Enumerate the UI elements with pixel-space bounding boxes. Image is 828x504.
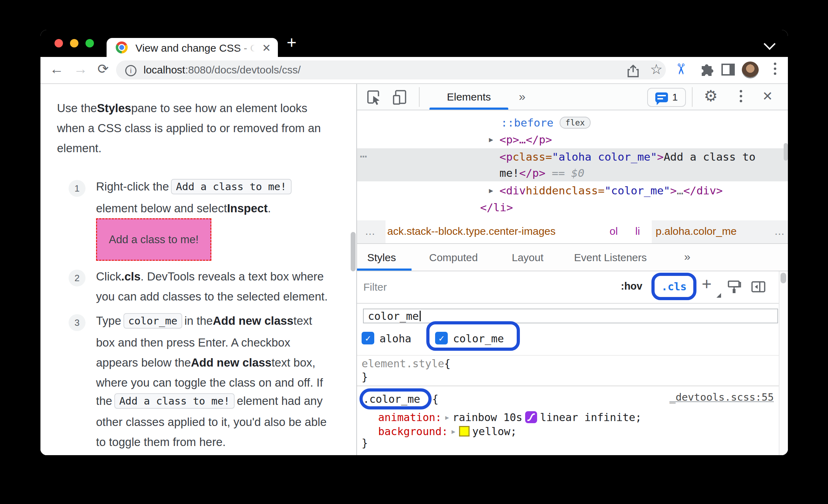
expand-arrow-icon[interactable]: ▶ [489, 186, 493, 195]
browser-menu-icon[interactable] [774, 63, 776, 75]
doc-step-line: where you can toggle the class on and of… [96, 374, 323, 391]
stylesheet-source-link[interactable]: _devtools.scss:55 [669, 391, 774, 403]
forward-icon[interactable]: → [74, 61, 88, 77]
dom-tree: ::before flex ▶ <p>…</p> … <p class="alo… [357, 110, 788, 220]
color-swatch-yellow[interactable] [459, 426, 470, 437]
tab-styles[interactable]: Styles [367, 252, 396, 264]
scissors-extension-icon[interactable]: ✂ [672, 63, 689, 75]
close-devtools-icon[interactable]: ✕ [762, 89, 773, 104]
active-tab-underline [357, 269, 412, 271]
flex-badge[interactable]: flex [560, 117, 590, 129]
text-caret [420, 311, 421, 321]
expand-arrow-icon[interactable]: ▶ [452, 428, 456, 435]
settings-gear-icon[interactable]: ⚙ [704, 87, 718, 105]
url-text[interactable]: localhost:8080/docs/devtools/css/ [144, 64, 301, 76]
breadcrumb-overflow-left[interactable]: … [365, 225, 375, 237]
chevron-down-icon[interactable] [764, 38, 776, 50]
active-tab-underline [429, 108, 508, 110]
rule-close-brace: } [362, 436, 368, 450]
reload-icon[interactable]: ⟳ [97, 61, 109, 77]
checkbox-aloha[interactable]: ✓ [362, 332, 374, 344]
demo-element[interactable]: Add a class to me! [96, 218, 211, 261]
devtools-menu-icon[interactable] [740, 90, 742, 102]
breadcrumb-ol[interactable]: ol [610, 225, 618, 237]
issue-bubble-icon [655, 92, 668, 102]
tab-event-listeners[interactable]: Event Listeners [574, 252, 647, 264]
color-me-checkbox-annotation [426, 321, 520, 351]
selected-row-marker: … [360, 146, 368, 160]
url-path: :8080/docs/devtools/css/ [185, 64, 301, 76]
bezier-curve-icon[interactable] [525, 411, 537, 423]
breadcrumb-stack[interactable]: ack.stack--block.type.center-images [387, 225, 556, 237]
issues-button[interactable]: 1 [647, 88, 686, 107]
styles-scrollbar-thumb[interactable] [781, 273, 786, 283]
dom-scrollbar-thumb[interactable] [784, 143, 788, 161]
divider [357, 355, 779, 356]
site-info-icon[interactable]: i [125, 65, 136, 76]
breadcrumb-overflow-right[interactable]: … [774, 225, 785, 237]
breadcrumb-li[interactable]: li [635, 225, 640, 237]
more-tabs-icon[interactable]: » [684, 250, 690, 263]
dom-row-selected[interactable]: … <p class="aloha color_me">Add a class … [357, 148, 788, 181]
zoom-window-button[interactable] [85, 39, 94, 47]
step-number: 3 [69, 314, 85, 331]
dock-sidebar-icon[interactable] [750, 279, 766, 295]
dom-row-p-collapsed[interactable]: ▶ <p>…</p> [499, 132, 552, 147]
expand-arrow-icon[interactable]: ▶ [445, 414, 449, 421]
divider [419, 87, 420, 107]
rendering-brush-icon[interactable] [726, 279, 742, 295]
dom-row-li-close[interactable]: </li> [480, 200, 513, 215]
tab-computed[interactable]: Computed [429, 252, 478, 264]
tab-elements[interactable]: Elements [429, 84, 508, 110]
doc-pane: Use the Styles pane to see how an elemen… [40, 84, 356, 455]
side-panel-icon[interactable] [720, 62, 736, 77]
dom-row-div-hidden[interactable]: ▶ <div hidden class="color_me">…</div> [499, 183, 723, 198]
new-style-rule-button[interactable]: + [702, 274, 712, 293]
profile-avatar[interactable] [742, 62, 759, 78]
toggle-element-state-button[interactable]: :hov [621, 280, 642, 292]
extensions-puzzle-icon[interactable] [698, 62, 714, 78]
share-icon[interactable] [626, 64, 640, 78]
tab-layout[interactable]: Layout [512, 252, 543, 264]
dom-row-pseudo[interactable]: ::before flex [501, 115, 591, 130]
add-new-class-input[interactable]: color_me [363, 309, 778, 323]
browser-tab[interactable]: View and change CSS - Chrom ✕ [107, 38, 278, 57]
new-style-rule-dropdown-corner [716, 293, 721, 298]
expand-arrow-icon[interactable]: ▶ [489, 135, 493, 144]
dollar-zero: $0 [571, 167, 584, 179]
more-panels-icon[interactable]: » [519, 90, 526, 103]
element-classes-button[interactable]: .cls [661, 280, 687, 293]
animation-declaration[interactable]: animation: ▶ rainbow 10s linear infinite… [378, 410, 642, 424]
doc-step-line: Type color_me in the Add new class text [96, 312, 312, 329]
background-declaration[interactable]: background: ▶ yellow; [378, 424, 517, 438]
devtools-topbar: Elements » 1 ⚙ ✕ [357, 84, 788, 110]
doc-step-line: box and then press Enter. A checkbox [96, 334, 290, 351]
device-toolbar-icon[interactable] [392, 89, 408, 105]
styles-section-tabs: Styles Computed Layout Event Listeners » [357, 244, 788, 271]
doc-scrollbar-thumb[interactable] [351, 232, 356, 271]
breadcrumb-selected[interactable]: p.aloha.color_me [656, 225, 737, 237]
styles-scrollbar-track[interactable] [779, 271, 788, 455]
tab-strip: View and change CSS - Chrom ✕ + [40, 30, 788, 57]
element-style-rule[interactable]: element.style { [362, 356, 451, 370]
dom-breadcrumbs: … ack.stack--block.type.center-images ol… [357, 220, 788, 244]
url-bar[interactable]: i localhost:8080/docs/devtools/css/ ☆ [116, 60, 666, 79]
class-input-value: color_me [368, 310, 419, 322]
inspect-element-icon[interactable] [366, 89, 382, 105]
close-window-button[interactable] [55, 39, 63, 47]
doc-paragraph-line: when a CSS class is applied to or remove… [57, 120, 321, 137]
filter-input[interactable] [363, 275, 607, 299]
step-number: 1 [69, 180, 85, 197]
new-tab-button[interactable]: + [287, 33, 297, 52]
rule-selector-line[interactable]: .color_me{ [363, 392, 439, 406]
doc-paragraph-line: Use the Styles pane to see how an elemen… [57, 100, 307, 117]
back-icon[interactable]: ← [50, 61, 64, 77]
doc-step-line: you can add classes to the selected elem… [96, 288, 328, 305]
tab-close-icon[interactable]: ✕ [262, 42, 271, 54]
demo-label: Add a class to me! [109, 233, 198, 246]
inline-code: Add a class to me! [171, 179, 291, 194]
bookmark-star-icon[interactable]: ☆ [650, 61, 663, 77]
chrome-favicon-icon [116, 41, 128, 53]
minimize-window-button[interactable] [70, 39, 78, 47]
cls-annotation: .cls [651, 273, 696, 300]
